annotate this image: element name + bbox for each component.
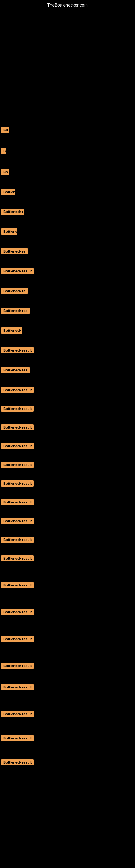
bottleneck-label-29: Bottleneck result xyxy=(1,711,34,717)
spacer-5 xyxy=(0,219,135,224)
bottleneck-row-15: Bottleneck result xyxy=(1,404,135,413)
spacer-23 xyxy=(0,564,135,578)
bottleneck-row-13: Bottleneck res xyxy=(1,365,135,376)
bottleneck-row-22: Bottleneck result xyxy=(1,535,135,545)
spacer-25 xyxy=(0,618,135,631)
bottleneck-row-5: Bottleneck r xyxy=(1,207,135,218)
bottleneck-label-31: Bottleneck result xyxy=(1,759,34,766)
spacer-24 xyxy=(0,591,135,604)
bottleneck-label-17: Bottleneck result xyxy=(1,443,34,449)
bottleneck-label-18: Bottleneck result xyxy=(1,462,34,468)
chart-area xyxy=(0,9,135,123)
spacer-10 xyxy=(0,318,135,323)
bottleneck-label-22: Bottleneck result xyxy=(1,536,34,543)
spacer-27 xyxy=(0,672,135,680)
spacer-11 xyxy=(0,337,135,343)
bottleneck-label-8: Bottleneck result xyxy=(1,268,34,274)
spacer-21 xyxy=(0,527,135,532)
spacer-15 xyxy=(0,414,135,420)
bottleneck-label-15: Bottleneck result xyxy=(1,405,34,412)
spacer-9 xyxy=(0,298,135,303)
spacer-2 xyxy=(0,158,135,165)
spacer-1 xyxy=(0,137,135,144)
bottleneck-label-27: Bottleneck result xyxy=(1,663,34,669)
spacer-4 xyxy=(0,199,135,204)
spacer-18 xyxy=(0,471,135,476)
spacer-6 xyxy=(0,239,135,244)
bottleneck-row-10: Bottleneck res xyxy=(1,306,135,316)
bottleneck-label-9: Bottleneck re xyxy=(1,288,28,294)
bottleneck-row-14: Bottleneck result xyxy=(1,385,135,395)
bottleneck-label-24: Bottleneck result xyxy=(1,582,34,588)
spacer-13 xyxy=(0,377,135,382)
bottleneck-row-3: Bo xyxy=(1,167,135,178)
bottleneck-row-7: Bottleneck re xyxy=(1,247,135,257)
bottleneck-row-17: Bottleneck result xyxy=(1,441,135,451)
bottleneck-row-6: Bottlene xyxy=(1,227,135,237)
bottleneck-label-1: Bo xyxy=(1,127,9,133)
spacer-22 xyxy=(0,546,135,551)
bottleneck-row-16: Bottleneck result xyxy=(1,423,135,432)
bottleneck-label-30: Bottleneck result xyxy=(1,735,34,741)
bottleneck-row-24: Bottleneck result xyxy=(1,581,135,590)
spacer-3 xyxy=(0,179,135,184)
spacer-8 xyxy=(0,278,135,283)
bottleneck-row-30: Bottleneck result xyxy=(1,734,135,743)
bottleneck-label-6: Bottlene xyxy=(1,228,17,235)
bottleneck-row-8: Bottleneck result xyxy=(1,267,135,277)
spacer-19 xyxy=(0,489,135,495)
bottleneck-row-2: B xyxy=(1,146,135,157)
bottleneck-row-12: Bottleneck result xyxy=(1,346,135,356)
spacer-end xyxy=(0,768,135,771)
spacer-28 xyxy=(0,693,135,707)
bottleneck-label-20: Bottleneck result xyxy=(1,499,34,505)
bottleneck-label-4: Bottlen xyxy=(1,189,15,195)
bottleneck-row-31: Bottleneck result xyxy=(1,757,135,767)
bottleneck-row-18: Bottleneck result xyxy=(1,460,135,469)
bottleneck-row-19: Bottleneck result xyxy=(1,479,135,488)
spacer-16 xyxy=(0,433,135,439)
bottleneck-label-7: Bottleneck re xyxy=(1,248,28,254)
spacer-30 xyxy=(0,744,135,755)
spacer-26 xyxy=(0,645,135,658)
spacer-7 xyxy=(0,258,135,264)
bottleneck-label-21: Bottleneck result xyxy=(1,518,34,524)
bottleneck-label-11: Bottleneck xyxy=(1,328,22,334)
bottleneck-row-1: Bo xyxy=(1,125,135,135)
bottleneck-label-14: Bottleneck result xyxy=(1,387,34,393)
bottleneck-row-28: Bottleneck result xyxy=(1,682,135,692)
spacer-20 xyxy=(0,508,135,514)
page-wrapper: TheBottlenecker.com Bo B Bo Bottlen Bott… xyxy=(0,0,135,868)
vertical-line xyxy=(1,125,1,130)
bottleneck-label-13: Bottleneck res xyxy=(1,367,30,373)
bottleneck-row-21: Bottleneck result xyxy=(1,516,135,526)
bottleneck-label-2: B xyxy=(1,148,6,154)
spacer-29 xyxy=(0,720,135,731)
bottleneck-row-23: Bottleneck result xyxy=(1,554,135,563)
bottleneck-row-29: Bottleneck result xyxy=(1,709,135,719)
bottleneck-label-25: Bottleneck result xyxy=(1,609,34,615)
bottleneck-label-28: Bottleneck result xyxy=(1,684,34,690)
bottleneck-row-20: Bottleneck result xyxy=(1,497,135,507)
bottleneck-label-5: Bottleneck r xyxy=(1,209,24,215)
spacer-17 xyxy=(0,452,135,457)
bottleneck-row-25: Bottleneck result xyxy=(1,607,135,617)
bottleneck-label-23: Bottleneck result xyxy=(1,555,34,561)
spacer-12 xyxy=(0,357,135,363)
bottleneck-label-3: Bo xyxy=(1,169,9,175)
site-title: TheBottlenecker.com xyxy=(0,0,135,9)
bottleneck-label-10: Bottleneck res xyxy=(1,308,30,314)
bottleneck-row-11: Bottleneck xyxy=(1,326,135,336)
bottleneck-row-4: Bottlen xyxy=(1,187,135,198)
bottleneck-label-12: Bottleneck result xyxy=(1,347,34,353)
spacer-14 xyxy=(0,396,135,401)
bottleneck-row-9: Bottleneck re xyxy=(1,286,135,297)
bottleneck-row-26: Bottleneck result xyxy=(1,634,135,644)
bottleneck-label-16: Bottleneck result xyxy=(1,424,34,431)
bottleneck-label-19: Bottleneck result xyxy=(1,480,34,487)
bottleneck-label-26: Bottleneck result xyxy=(1,636,34,642)
bottleneck-row-27: Bottleneck result xyxy=(1,661,135,671)
